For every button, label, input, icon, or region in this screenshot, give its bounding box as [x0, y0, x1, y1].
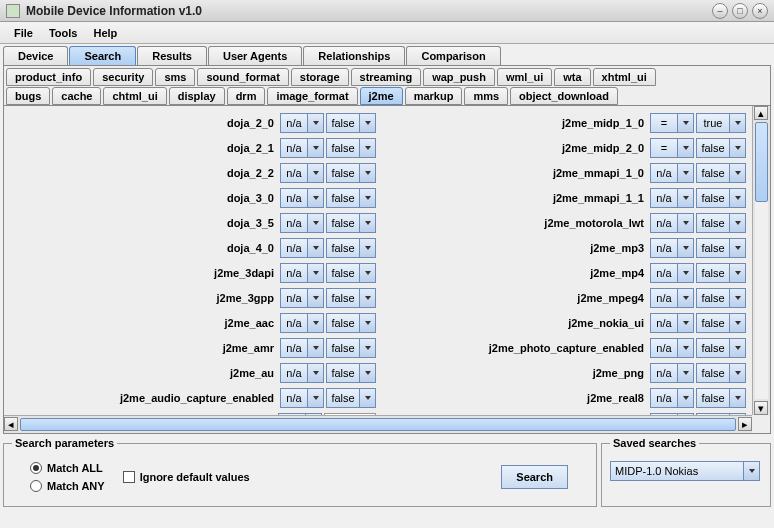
value-combo[interactable]: false: [326, 338, 376, 358]
value-combo[interactable]: false: [326, 238, 376, 258]
value-combo[interactable]: false: [326, 213, 376, 233]
minimize-button[interactable]: –: [712, 3, 728, 19]
subtab-storage[interactable]: storage: [291, 68, 349, 86]
criteria-row: doja_3_0n/afalse: [8, 185, 378, 210]
ignore-defaults-checkbox[interactable]: [123, 471, 135, 483]
match-any-radio[interactable]: [30, 480, 42, 492]
tab-search[interactable]: Search: [69, 46, 136, 65]
subtab-wap_push[interactable]: wap_push: [423, 68, 495, 86]
value-combo[interactable]: false: [696, 338, 746, 358]
operator-combo[interactable]: n/a: [650, 363, 694, 383]
operator-combo[interactable]: n/a: [280, 188, 324, 208]
value-value: false: [327, 317, 359, 329]
tab-device[interactable]: Device: [3, 46, 68, 65]
operator-combo[interactable]: n/a: [280, 338, 324, 358]
subtab-mms[interactable]: mms: [464, 87, 508, 105]
value-combo[interactable]: false: [326, 313, 376, 333]
scroll-right-button[interactable]: ▸: [738, 417, 752, 431]
value-combo[interactable]: false: [696, 263, 746, 283]
tab-comparison[interactable]: Comparison: [406, 46, 500, 65]
value-combo[interactable]: false: [326, 138, 376, 158]
subtab-sound_format[interactable]: sound_format: [197, 68, 288, 86]
close-button[interactable]: ×: [752, 3, 768, 19]
value-combo[interactable]: false: [326, 188, 376, 208]
operator-combo[interactable]: n/a: [650, 313, 694, 333]
operator-combo[interactable]: =: [650, 138, 694, 158]
scroll-up-button[interactable]: ▴: [754, 106, 768, 120]
scroll-left-button[interactable]: ◂: [4, 417, 18, 431]
value-combo[interactable]: false: [696, 288, 746, 308]
operator-combo[interactable]: n/a: [280, 138, 324, 158]
menu-help[interactable]: Help: [85, 27, 125, 39]
match-all-radio[interactable]: [30, 462, 42, 474]
value-combo[interactable]: false: [326, 288, 376, 308]
value-combo[interactable]: false: [326, 388, 376, 408]
subtab-security[interactable]: security: [93, 68, 153, 86]
operator-combo[interactable]: n/a: [650, 388, 694, 408]
menu-tools[interactable]: Tools: [41, 27, 86, 39]
value-combo[interactable]: false: [696, 138, 746, 158]
subtab-display[interactable]: display: [169, 87, 225, 105]
value-combo[interactable]: false: [326, 363, 376, 383]
subtab-product_info[interactable]: product_info: [6, 68, 91, 86]
operator-combo[interactable]: =: [650, 113, 694, 133]
criteria-label: j2me_real8: [378, 392, 650, 404]
subtab-drm[interactable]: drm: [227, 87, 266, 105]
operator-combo[interactable]: n/a: [280, 363, 324, 383]
menu-file[interactable]: File: [6, 27, 41, 39]
subtab-wta[interactable]: wta: [554, 68, 590, 86]
operator-combo[interactable]: n/a: [280, 288, 324, 308]
operator-value: n/a: [281, 242, 307, 254]
subtab-xhtml_ui[interactable]: xhtml_ui: [593, 68, 656, 86]
tab-user-agents[interactable]: User Agents: [208, 46, 302, 65]
value-combo[interactable]: false: [696, 313, 746, 333]
operator-combo[interactable]: n/a: [280, 238, 324, 258]
maximize-button[interactable]: □: [732, 3, 748, 19]
subtab-sms[interactable]: sms: [155, 68, 195, 86]
tab-results[interactable]: Results: [137, 46, 207, 65]
operator-combo[interactable]: n/a: [650, 263, 694, 283]
operator-combo[interactable]: n/a: [650, 338, 694, 358]
saved-search-combo[interactable]: MIDP-1.0 Nokias: [610, 461, 760, 481]
hscroll-thumb[interactable]: [20, 418, 736, 431]
chevron-down-icon: [677, 214, 693, 232]
value-combo[interactable]: false: [326, 263, 376, 283]
operator-combo[interactable]: n/a: [280, 388, 324, 408]
operator-combo[interactable]: n/a: [280, 263, 324, 283]
operator-combo[interactable]: n/a: [650, 238, 694, 258]
subtab-image_format[interactable]: image_format: [267, 87, 357, 105]
value-combo[interactable]: true: [696, 113, 746, 133]
search-button[interactable]: Search: [501, 465, 568, 489]
value-combo[interactable]: false: [326, 163, 376, 183]
vertical-scrollbar[interactable]: ▴ ▾: [752, 106, 770, 415]
operator-combo[interactable]: n/a: [650, 188, 694, 208]
scroll-down-button[interactable]: ▾: [754, 401, 768, 415]
operator-combo[interactable]: n/a: [280, 163, 324, 183]
operator-combo[interactable]: n/a: [650, 288, 694, 308]
tab-relationships[interactable]: Relationships: [303, 46, 405, 65]
subtab-cache[interactable]: cache: [52, 87, 101, 105]
operator-value: n/a: [281, 117, 307, 129]
value-combo[interactable]: false: [696, 188, 746, 208]
scroll-thumb[interactable]: [755, 122, 768, 202]
operator-combo[interactable]: n/a: [280, 213, 324, 233]
operator-combo[interactable]: n/a: [650, 213, 694, 233]
subtab-wml_ui[interactable]: wml_ui: [497, 68, 552, 86]
value-combo[interactable]: false: [696, 388, 746, 408]
chevron-down-icon: [359, 364, 375, 382]
value-combo[interactable]: false: [696, 213, 746, 233]
value-combo[interactable]: false: [696, 163, 746, 183]
subtab-j2me[interactable]: j2me: [360, 87, 403, 105]
value-combo[interactable]: false: [696, 238, 746, 258]
operator-combo[interactable]: n/a: [650, 163, 694, 183]
subtab-markup[interactable]: markup: [405, 87, 463, 105]
subtab-chtml_ui[interactable]: chtml_ui: [103, 87, 166, 105]
operator-combo[interactable]: n/a: [280, 113, 324, 133]
value-combo[interactable]: false: [696, 363, 746, 383]
subtab-streaming[interactable]: streaming: [351, 68, 422, 86]
subtab-object_download[interactable]: object_download: [510, 87, 618, 105]
horizontal-scrollbar[interactable]: ◂ ▸: [4, 415, 752, 433]
value-combo[interactable]: false: [326, 113, 376, 133]
operator-combo[interactable]: n/a: [280, 313, 324, 333]
subtab-bugs[interactable]: bugs: [6, 87, 50, 105]
